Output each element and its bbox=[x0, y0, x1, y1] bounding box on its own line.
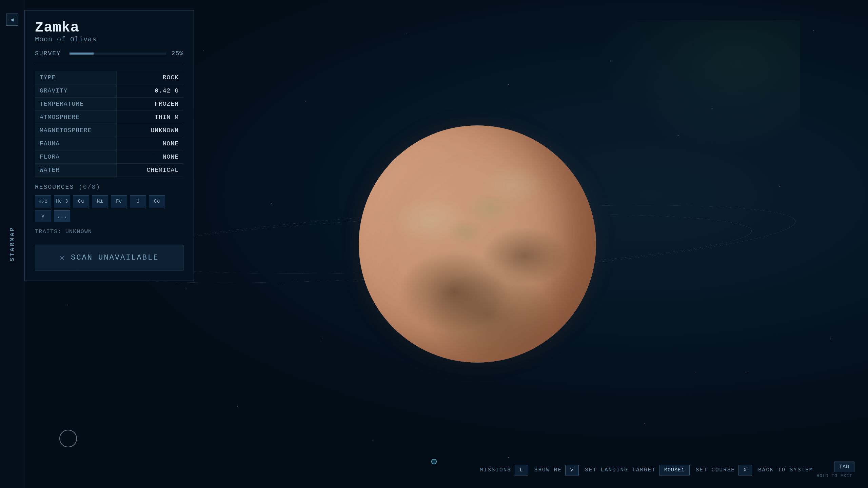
table-row: FLORA NONE bbox=[35, 150, 183, 164]
arrow-left-icon: ◀ bbox=[11, 16, 14, 23]
control-key[interactable]: X bbox=[738, 465, 752, 475]
resource-chip[interactable]: ... bbox=[54, 210, 70, 222]
hold-to-exit-label: HOLD TO EXIT bbox=[816, 473, 854, 479]
control-label: SET LANDING TARGET bbox=[585, 467, 656, 473]
stat-value: UNKNOWN bbox=[117, 124, 183, 137]
control-group: SET LANDING TARGET MOUSE1 bbox=[585, 465, 690, 475]
scan-unavailable-icon: ✕ bbox=[60, 253, 65, 263]
stat-label: WATER bbox=[35, 164, 117, 177]
resource-chip[interactable]: H₂O bbox=[35, 195, 51, 207]
control-label: BACK TO SYSTEM bbox=[758, 467, 813, 473]
table-row: TYPE ROCK bbox=[35, 71, 183, 84]
stat-label: TYPE bbox=[35, 71, 117, 84]
survey-label: SURVEY bbox=[35, 50, 65, 57]
stat-value: CHEMICAL bbox=[117, 164, 183, 177]
resources-grid: H₂OHe-3CuNiFeUCoV... bbox=[35, 195, 183, 222]
resources-count: (0/8) bbox=[79, 184, 100, 190]
control-label: SET COURSE bbox=[696, 467, 735, 473]
scan-button-label: SCAN UNAVAILABLE bbox=[71, 253, 159, 262]
stat-label: ATMOSPHERE bbox=[35, 111, 117, 124]
traits-value: UNKNOWN bbox=[65, 228, 92, 235]
control-label: MISSIONS bbox=[480, 467, 511, 473]
control-group: SHOW ME V bbox=[534, 465, 579, 475]
stat-label: MAGNETOSPHERE bbox=[35, 124, 117, 137]
circle-indicator bbox=[59, 430, 77, 447]
back-main-row: TAB bbox=[834, 462, 854, 472]
info-panel: Zamka Moon of Olivas SURVEY 25% TYPE ROC… bbox=[24, 10, 194, 281]
control-group: SET COURSE X bbox=[696, 465, 752, 475]
resource-chip[interactable]: Co bbox=[149, 195, 165, 207]
planet-sphere bbox=[359, 125, 596, 363]
survey-bar-container bbox=[70, 53, 166, 55]
stat-value: 0.42 G bbox=[117, 84, 183, 98]
sidebar-tab: ◀ STARMAP bbox=[0, 0, 24, 488]
resources-header: RESOURCES (0/8) bbox=[35, 184, 183, 190]
traits-line: TRAITS: UNKNOWN bbox=[35, 228, 183, 235]
back-to-system-group: TAB HOLD TO EXIT bbox=[816, 462, 854, 479]
control-label: SHOW ME bbox=[534, 467, 562, 473]
scan-button[interactable]: ✕ SCAN UNAVAILABLE bbox=[35, 245, 183, 270]
resources-label: RESOURCES bbox=[35, 184, 74, 190]
survey-section: SURVEY 25% bbox=[35, 50, 183, 63]
stat-value: NONE bbox=[117, 150, 183, 164]
stat-label: FAUNA bbox=[35, 137, 117, 150]
table-row: FAUNA NONE bbox=[35, 137, 183, 150]
resource-chip[interactable]: V bbox=[35, 210, 51, 222]
table-row: ATMOSPHERE THIN M bbox=[35, 111, 183, 124]
resource-chip[interactable]: Cu bbox=[73, 195, 89, 207]
resource-chip[interactable]: U bbox=[130, 195, 146, 207]
table-row: WATER CHEMICAL bbox=[35, 164, 183, 177]
sidebar-label: STARMAP bbox=[9, 226, 16, 262]
control-key[interactable]: MOUSE1 bbox=[659, 465, 690, 475]
table-row: TEMPERATURE FROZEN bbox=[35, 98, 183, 111]
control-key[interactable]: V bbox=[565, 465, 579, 475]
stat-label: FLORA bbox=[35, 150, 117, 164]
stat-value: NONE bbox=[117, 137, 183, 150]
survey-percent: 25% bbox=[170, 50, 183, 57]
table-row: GRAVITY 0.42 G bbox=[35, 84, 183, 98]
stat-label: TEMPERATURE bbox=[35, 98, 117, 111]
planet-name: Zamka bbox=[35, 20, 183, 36]
control-group: MISSIONS L bbox=[480, 465, 528, 475]
control-group: BACK TO SYSTEM TAB HOLD TO EXIT bbox=[758, 462, 854, 479]
stat-value: ROCK bbox=[117, 71, 183, 84]
table-row: MAGNETOSPHERE UNKNOWN bbox=[35, 124, 183, 137]
sidebar-collapse-button[interactable]: ◀ bbox=[6, 14, 18, 26]
survey-bar-fill bbox=[70, 53, 94, 55]
stat-label: GRAVITY bbox=[35, 84, 117, 98]
bottom-controls: MISSIONS L SHOW ME V SET LANDING TARGET … bbox=[480, 462, 854, 479]
stat-value: FROZEN bbox=[117, 98, 183, 111]
planet-subtitle: Moon of Olivas bbox=[35, 36, 183, 43]
traits-label: TRAITS: bbox=[35, 228, 61, 235]
resource-chip[interactable]: Fe bbox=[111, 195, 127, 207]
control-key[interactable]: L bbox=[515, 465, 528, 475]
resource-chip[interactable]: Ni bbox=[92, 195, 108, 207]
resource-chip[interactable]: He-3 bbox=[54, 195, 70, 207]
nav-dot bbox=[431, 459, 437, 464]
planet-container bbox=[359, 125, 596, 363]
planet-surface-texture bbox=[359, 125, 596, 363]
stats-table: TYPE ROCK GRAVITY 0.42 G TEMPERATURE FRO… bbox=[35, 71, 183, 177]
control-key[interactable]: TAB bbox=[834, 462, 854, 472]
stat-value: THIN M bbox=[117, 111, 183, 124]
